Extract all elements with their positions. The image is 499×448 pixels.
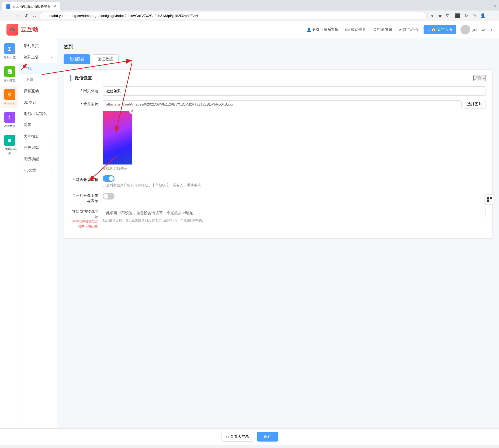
chevron-right-icon-prize: › [51, 135, 53, 138]
top-navigation: 🎮 云互动 👤 有疑问联系客服 📖 帮助手册 🖨 申请发票 ✔ 红包充值 ≡ [0, 21, 499, 38]
bg-image-label: * 背景图片 [70, 100, 103, 108]
tab-title: 云互动现场互动服务平台 [12, 4, 51, 9]
tab-verify-data[interactable]: 验证数据 [92, 54, 119, 64]
save-button[interactable]: 保存 [257, 432, 278, 442]
nav-sidebar-3d-sign[interactable]: 3D签到 [19, 97, 57, 108]
form-row-enable-review: * 是否开启审核 开启后微信用户签到信息将处于未审核状态，需要人工手动审核 [70, 175, 486, 188]
enable-avatar-label: * 开启头像上传与表单 [70, 192, 103, 204]
image-remove-button[interactable]: ✕ [129, 108, 134, 114]
qr-grid-icon [487, 197, 492, 202]
tab-group: 基础设置 验证数据 [64, 54, 493, 64]
forward-button[interactable]: → [13, 12, 20, 19]
nav-sidebar-wall[interactable]: 上墙 [19, 74, 57, 86]
choose-image-button[interactable]: 选择图片 [464, 100, 486, 108]
wechat-settings-card: 微信设置 折叠 ∧ * 网页标题 [64, 69, 493, 239]
activity-info-label: 活动信息 [4, 78, 16, 82]
nav-link-service[interactable]: 👤 有疑问联系客服 [307, 27, 339, 32]
webpage-title-label: * 网页标题 [70, 86, 103, 95]
redirect-url-input[interactable] [103, 209, 486, 217]
qrcode-icon: ◼ [4, 135, 15, 146]
view-screen-button[interactable]: □ 查看大屏幕 [221, 432, 254, 442]
settings-card-title: 微信设置 [75, 75, 92, 81]
sidebar-item-activity-list[interactable]: ⊞ 活动一览 [1, 40, 18, 62]
form-row-webpage-title: * 网页标题 [70, 86, 486, 96]
page-title: 签到 [64, 44, 493, 50]
nav-sidebar-big-prize[interactable]: 大屏抽奖 › [19, 131, 57, 142]
redirect-url-sub-label: (不填写则转跳到活动微信端首页) [70, 219, 98, 229]
nav-sidebar-bubble-sign[interactable]: 泡泡/手写签到 [19, 108, 57, 120]
webpage-title-control [103, 86, 486, 96]
browser-action-1[interactable]: 𝐀 [429, 12, 435, 19]
collapse-button[interactable]: 折叠 ∧ [473, 75, 486, 81]
user-dropdown-icon[interactable]: ▾ [491, 27, 493, 32]
browser-action-2[interactable]: ★ [436, 12, 443, 19]
image-preview-inner [103, 111, 132, 164]
browser-action-menu[interactable]: ⋯ [488, 12, 496, 19]
enable-review-toggle[interactable] [103, 175, 115, 182]
nav-sidebar-home[interactable]: 活动首页 [19, 40, 57, 52]
qr-sidebar-panel[interactable] [484, 194, 495, 205]
redirect-url-control: 默认跳转首页，可以设置跳转到其他地方，必须填写一个完整的url地址 [103, 208, 486, 223]
activity-data-label: 活动数据 [4, 124, 16, 128]
activity-info-icon: 📄 [4, 66, 15, 77]
bg-image-path-input[interactable] [103, 100, 462, 108]
nav-sidebar-sign-wall[interactable]: 签到上墙 ▾ [19, 52, 57, 63]
browser-tab[interactable]: 云互动现场互动服务平台 ✕ [2, 2, 60, 10]
new-tab-button[interactable]: + [61, 2, 69, 10]
chevron-down-icon: ▾ [51, 55, 53, 59]
nav-sidebar-sign[interactable]: 签到 [19, 63, 57, 74]
sidebar-item-qrcode[interactable]: ◼ 二维码与链接 [1, 132, 18, 158]
browser-action-4[interactable]: ↻ [463, 12, 470, 19]
sidebar-item-activity-data[interactable]: 🗄 活动数据 [1, 109, 18, 131]
bg-image-control: 选择图片 ✕ 规格:640*1240px [103, 100, 486, 171]
nav-link-recharge[interactable]: ✔ 红包充值 [399, 27, 418, 32]
tab-close-btn[interactable]: ✕ [53, 4, 57, 9]
enable-avatar-toggle[interactable] [103, 193, 115, 200]
sidebar-item-activity-settings[interactable]: ⚙ 活动设置 [1, 86, 18, 108]
refresh-button[interactable]: ↺ [23, 12, 29, 19]
browser-action-profile[interactable]: 👤 [479, 12, 487, 19]
nav-link-invoice[interactable]: 🖨 申请发票 [372, 27, 392, 32]
icon-sidebar: ⊞ 活动一览 📄 活动信息 ⚙ 活动设置 🗄 活动数据 ◼ 二维码与链接 [0, 38, 19, 428]
form-row-redirect-url: 签到成功转跳地址 (不填写则转跳到活动微信端首页) 默认跳转首页，可以设置跳转到… [70, 208, 486, 229]
activity-list-icon: ⊞ [4, 43, 15, 54]
minimize-button[interactable]: ─ [479, 4, 483, 8]
activity-list-label: 活动一览 [4, 55, 16, 60]
browser-action-3[interactable]: ⬛ [453, 12, 462, 19]
logo-area: 🎮 云互动 [6, 24, 38, 36]
back-button[interactable]: ← [3, 12, 11, 19]
image-size-hint: 规格:640*1240px [103, 166, 486, 171]
qrcode-label: 二维码与链接 [2, 147, 17, 155]
content-area: 签到 基础设置 验证数据 微信设置 折叠 ∧ [57, 38, 499, 428]
enable-review-label: * 是否开启审核 [70, 175, 103, 184]
maximize-button[interactable]: □ [486, 4, 490, 8]
webpage-title-input[interactable] [103, 86, 486, 96]
username-label: yuntuweb [472, 27, 488, 32]
activity-settings-label: 活动设置 [4, 101, 16, 105]
bottom-bar: □ 查看大屏幕 保存 [0, 428, 499, 445]
browser-action-shield[interactable]: 🛡 [445, 12, 452, 19]
nav-sidebar-advanced[interactable]: 高级功能 › [19, 153, 57, 165]
nav-sidebar-ba-ping[interactable]: 霸屏 [19, 120, 57, 131]
person-icon: 👤 [307, 27, 311, 32]
nav-sidebar-barrage[interactable]: 弹幕互动 [19, 86, 57, 97]
nav-link-help[interactable]: 📖 帮助手册 [345, 27, 366, 32]
enable-review-control: 开启后微信用户签到信息将处于未审核状态，需要人工手动审核 [103, 175, 486, 188]
activity-settings-icon: ⚙ [4, 89, 15, 100]
redirect-url-label: 签到成功转跳地址 (不填写则转跳到活动微信端首页) [70, 208, 103, 229]
sidebar-item-activity-info[interactable]: 📄 活动信息 [1, 63, 18, 85]
address-bar[interactable] [40, 12, 427, 19]
browser-action-5[interactable]: ⊕ [471, 12, 477, 19]
tab-basic-settings[interactable]: 基础设置 [64, 54, 90, 64]
logo-icon: 🎮 [6, 24, 18, 36]
activity-data-icon: 🗄 [4, 112, 15, 123]
chevron-right-icon-adv: › [51, 157, 53, 161]
nav-sidebar-competition[interactable]: 竞技游戏 › [19, 142, 57, 153]
nav-sidebar-h5[interactable]: H5文章 › [19, 165, 57, 176]
chevron-right-icon-h5: › [51, 169, 53, 172]
screen-icon: □ [226, 435, 228, 439]
home-button[interactable]: ⌂ [32, 12, 37, 19]
close-button[interactable]: ✕ [493, 4, 497, 8]
my-activity-button[interactable]: ≡ 🏠 我的活动 [424, 25, 456, 34]
tab-favicon [6, 4, 10, 9]
